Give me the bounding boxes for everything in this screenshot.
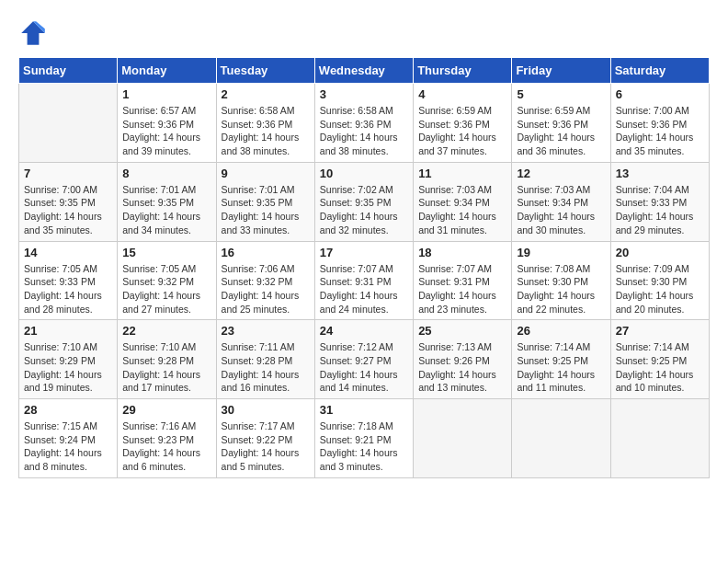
day-info: Sunrise: 7:07 AM Sunset: 9:31 PM Dayligh… bbox=[320, 262, 408, 316]
day-number: 30 bbox=[222, 403, 310, 417]
day-info: Sunrise: 7:00 AM Sunset: 9:35 PM Dayligh… bbox=[24, 183, 112, 237]
day-cell: 8Sunrise: 7:01 AM Sunset: 9:35 PM Daylig… bbox=[118, 162, 216, 241]
week-row-1: 1Sunrise: 6:57 AM Sunset: 9:36 PM Daylig… bbox=[19, 84, 710, 163]
day-number: 28 bbox=[24, 403, 112, 417]
logo-icon bbox=[18, 18, 48, 48]
day-number: 4 bbox=[418, 87, 506, 101]
day-number: 21 bbox=[24, 324, 112, 338]
day-number: 17 bbox=[320, 246, 408, 259]
day-number: 25 bbox=[418, 324, 506, 338]
day-number: 15 bbox=[122, 246, 210, 259]
day-cell: 4Sunrise: 6:59 AM Sunset: 9:36 PM Daylig… bbox=[414, 84, 512, 163]
day-info: Sunrise: 6:58 AM Sunset: 9:36 PM Dayligh… bbox=[222, 104, 310, 158]
day-info: Sunrise: 7:05 AM Sunset: 9:32 PM Dayligh… bbox=[122, 262, 210, 316]
day-number: 2 bbox=[222, 87, 310, 101]
day-number: 26 bbox=[517, 324, 605, 338]
day-cell: 20Sunrise: 7:09 AM Sunset: 9:30 PM Dayli… bbox=[610, 241, 709, 320]
day-cell: 15Sunrise: 7:05 AM Sunset: 9:32 PM Dayli… bbox=[118, 241, 216, 320]
day-info: Sunrise: 7:16 AM Sunset: 9:23 PM Dayligh… bbox=[122, 419, 210, 474]
day-number: 14 bbox=[24, 246, 112, 259]
day-number: 20 bbox=[616, 246, 704, 259]
day-cell bbox=[610, 399, 709, 478]
day-info: Sunrise: 7:09 AM Sunset: 9:30 PM Dayligh… bbox=[616, 262, 704, 316]
calendar-table: SundayMondayTuesdayWednesdayThursdayFrid… bbox=[18, 57, 710, 478]
day-number: 6 bbox=[616, 87, 704, 101]
header-cell-sunday: Sunday bbox=[19, 58, 118, 84]
day-info: Sunrise: 7:05 AM Sunset: 9:33 PM Dayligh… bbox=[24, 262, 112, 316]
header-row: SundayMondayTuesdayWednesdayThursdayFrid… bbox=[19, 58, 710, 84]
day-number: 16 bbox=[222, 246, 310, 259]
day-info: Sunrise: 7:10 AM Sunset: 9:28 PM Dayligh… bbox=[122, 340, 210, 395]
day-number: 12 bbox=[517, 167, 605, 180]
day-number: 23 bbox=[222, 324, 310, 338]
day-number: 22 bbox=[122, 324, 210, 338]
day-info: Sunrise: 7:03 AM Sunset: 9:34 PM Dayligh… bbox=[418, 183, 506, 237]
header-cell-monday: Monday bbox=[118, 58, 216, 84]
day-info: Sunrise: 7:04 AM Sunset: 9:33 PM Dayligh… bbox=[616, 183, 704, 237]
day-cell: 12Sunrise: 7:03 AM Sunset: 9:34 PM Dayli… bbox=[512, 162, 610, 241]
day-cell: 27Sunrise: 7:14 AM Sunset: 9:25 PM Dayli… bbox=[610, 320, 709, 399]
day-cell: 25Sunrise: 7:13 AM Sunset: 9:26 PM Dayli… bbox=[414, 320, 512, 399]
day-cell: 21Sunrise: 7:10 AM Sunset: 9:29 PM Dayli… bbox=[19, 320, 118, 399]
day-info: Sunrise: 7:10 AM Sunset: 9:29 PM Dayligh… bbox=[24, 340, 112, 395]
day-info: Sunrise: 7:00 AM Sunset: 9:36 PM Dayligh… bbox=[616, 104, 704, 158]
header-cell-saturday: Saturday bbox=[610, 58, 709, 84]
day-cell: 3Sunrise: 6:58 AM Sunset: 9:36 PM Daylig… bbox=[314, 84, 413, 163]
day-number: 3 bbox=[320, 87, 408, 101]
day-cell: 26Sunrise: 7:14 AM Sunset: 9:25 PM Dayli… bbox=[512, 320, 610, 399]
day-cell: 31Sunrise: 7:18 AM Sunset: 9:21 PM Dayli… bbox=[314, 399, 413, 478]
day-number: 8 bbox=[122, 167, 210, 180]
svg-marker-0 bbox=[21, 21, 45, 45]
day-info: Sunrise: 7:18 AM Sunset: 9:21 PM Dayligh… bbox=[320, 419, 408, 474]
day-cell: 22Sunrise: 7:10 AM Sunset: 9:28 PM Dayli… bbox=[118, 320, 216, 399]
day-number: 11 bbox=[418, 167, 506, 180]
day-info: Sunrise: 7:11 AM Sunset: 9:28 PM Dayligh… bbox=[222, 340, 310, 395]
day-number: 5 bbox=[517, 87, 605, 101]
page-header bbox=[18, 18, 710, 48]
logo bbox=[18, 18, 51, 48]
day-number: 7 bbox=[24, 167, 112, 180]
day-cell: 28Sunrise: 7:15 AM Sunset: 9:24 PM Dayli… bbox=[19, 399, 118, 478]
header-cell-thursday: Thursday bbox=[414, 58, 512, 84]
week-row-3: 14Sunrise: 7:05 AM Sunset: 9:33 PM Dayli… bbox=[19, 241, 710, 320]
day-number: 13 bbox=[616, 167, 704, 180]
day-cell: 5Sunrise: 6:59 AM Sunset: 9:36 PM Daylig… bbox=[512, 84, 610, 163]
day-number: 18 bbox=[418, 246, 506, 259]
day-cell: 2Sunrise: 6:58 AM Sunset: 9:36 PM Daylig… bbox=[216, 84, 314, 163]
day-info: Sunrise: 7:13 AM Sunset: 9:26 PM Dayligh… bbox=[418, 340, 506, 395]
day-cell: 13Sunrise: 7:04 AM Sunset: 9:33 PM Dayli… bbox=[610, 162, 709, 241]
day-number: 29 bbox=[122, 403, 210, 417]
day-cell: 7Sunrise: 7:00 AM Sunset: 9:35 PM Daylig… bbox=[19, 162, 118, 241]
header-cell-wednesday: Wednesday bbox=[314, 58, 413, 84]
day-cell: 19Sunrise: 7:08 AM Sunset: 9:30 PM Dayli… bbox=[512, 241, 610, 320]
day-info: Sunrise: 6:58 AM Sunset: 9:36 PM Dayligh… bbox=[320, 104, 408, 158]
day-cell: 9Sunrise: 7:01 AM Sunset: 9:35 PM Daylig… bbox=[216, 162, 314, 241]
week-row-5: 28Sunrise: 7:15 AM Sunset: 9:24 PM Dayli… bbox=[19, 399, 710, 478]
day-cell: 24Sunrise: 7:12 AM Sunset: 9:27 PM Dayli… bbox=[314, 320, 413, 399]
day-number: 24 bbox=[320, 324, 408, 338]
day-info: Sunrise: 7:06 AM Sunset: 9:32 PM Dayligh… bbox=[222, 262, 310, 316]
day-info: Sunrise: 7:02 AM Sunset: 9:35 PM Dayligh… bbox=[320, 183, 408, 237]
day-number: 31 bbox=[320, 403, 408, 417]
day-number: 1 bbox=[122, 87, 210, 101]
day-cell: 17Sunrise: 7:07 AM Sunset: 9:31 PM Dayli… bbox=[314, 241, 413, 320]
day-cell: 18Sunrise: 7:07 AM Sunset: 9:31 PM Dayli… bbox=[414, 241, 512, 320]
day-info: Sunrise: 7:14 AM Sunset: 9:25 PM Dayligh… bbox=[517, 340, 605, 395]
day-cell bbox=[414, 399, 512, 478]
day-info: Sunrise: 6:57 AM Sunset: 9:36 PM Dayligh… bbox=[122, 104, 210, 158]
day-cell bbox=[19, 84, 118, 163]
day-cell: 11Sunrise: 7:03 AM Sunset: 9:34 PM Dayli… bbox=[414, 162, 512, 241]
day-info: Sunrise: 7:12 AM Sunset: 9:27 PM Dayligh… bbox=[320, 340, 408, 395]
header-cell-friday: Friday bbox=[512, 58, 610, 84]
day-number: 19 bbox=[517, 246, 605, 259]
day-info: Sunrise: 7:01 AM Sunset: 9:35 PM Dayligh… bbox=[122, 183, 210, 237]
day-number: 27 bbox=[616, 324, 704, 338]
day-cell: 16Sunrise: 7:06 AM Sunset: 9:32 PM Dayli… bbox=[216, 241, 314, 320]
week-row-4: 21Sunrise: 7:10 AM Sunset: 9:29 PM Dayli… bbox=[19, 320, 710, 399]
day-cell: 14Sunrise: 7:05 AM Sunset: 9:33 PM Dayli… bbox=[19, 241, 118, 320]
day-cell: 6Sunrise: 7:00 AM Sunset: 9:36 PM Daylig… bbox=[610, 84, 709, 163]
day-info: Sunrise: 7:17 AM Sunset: 9:22 PM Dayligh… bbox=[222, 419, 310, 474]
day-number: 9 bbox=[222, 167, 310, 180]
day-cell bbox=[512, 399, 610, 478]
day-info: Sunrise: 7:15 AM Sunset: 9:24 PM Dayligh… bbox=[24, 419, 112, 474]
